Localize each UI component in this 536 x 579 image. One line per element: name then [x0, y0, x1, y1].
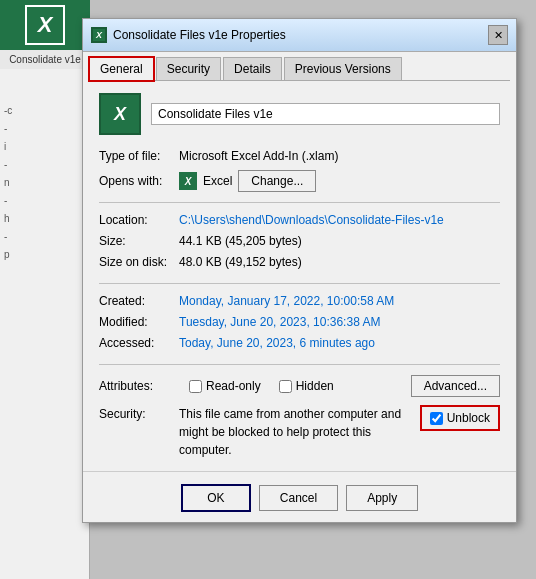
- location-label: Location:: [99, 213, 179, 227]
- created-row: Created: Monday, January 17, 2022, 10:00…: [99, 294, 500, 312]
- filename-input[interactable]: [151, 103, 500, 125]
- modified-value: Tuesday, June 20, 2023, 10:36:38 AM: [179, 315, 380, 329]
- dialog-title: Consolidate Files v1e Properties: [113, 28, 286, 42]
- size-disk-value: 48.0 KB (49,152 bytes): [179, 255, 302, 269]
- sidebar-line3: i: [4, 138, 86, 156]
- change-button[interactable]: Change...: [238, 170, 316, 192]
- size-row: Size: 44.1 KB (45,205 bytes): [99, 234, 500, 252]
- opens-app: Excel: [203, 174, 232, 188]
- dialog-titlebar: X Consolidate Files v1e Properties ✕: [83, 19, 516, 52]
- ok-button[interactable]: OK: [181, 484, 251, 512]
- readonly-checkbox-label[interactable]: Read-only: [189, 379, 261, 393]
- sidebar-line1: -c: [4, 102, 86, 120]
- security-label: Security:: [99, 405, 179, 421]
- size-disk-label: Size on disk:: [99, 255, 179, 269]
- title-icon-letter: X: [96, 30, 102, 40]
- modified-row: Modified: Tuesday, June 20, 2023, 10:36:…: [99, 315, 500, 333]
- size-value: 44.1 KB (45,205 bytes): [179, 234, 302, 248]
- cancel-button[interactable]: Cancel: [259, 485, 338, 511]
- modified-label: Modified:: [99, 315, 179, 329]
- hidden-label: Hidden: [296, 379, 334, 393]
- close-button[interactable]: ✕: [488, 25, 508, 45]
- accessed-row: Accessed: Today, June 20, 2023, 6 minute…: [99, 336, 500, 354]
- type-value: Microsoft Excel Add-In (.xlam): [179, 149, 338, 163]
- bottom-buttons: OK Cancel Apply: [83, 471, 516, 522]
- excel-logo-letter: X: [38, 12, 53, 38]
- advanced-button[interactable]: Advanced...: [411, 375, 500, 397]
- created-value: Monday, January 17, 2022, 10:00:58 AM: [179, 294, 394, 308]
- file-icon-letter: X: [114, 104, 126, 125]
- filename-row: X: [99, 93, 500, 135]
- hidden-checkbox-label[interactable]: Hidden: [279, 379, 334, 393]
- excel-sidebar-bg: X Consolidate v1e -c - i - n - h - p: [0, 0, 90, 579]
- opens-row: Opens with: X Excel Change...: [99, 170, 500, 192]
- security-content: This file came from another computer and…: [179, 405, 500, 459]
- sidebar-line6: -: [4, 192, 86, 210]
- security-row: Security: This file came from another co…: [99, 405, 500, 459]
- readonly-checkbox[interactable]: [189, 380, 202, 393]
- properties-dialog: X Consolidate Files v1e Properties ✕ Gen…: [82, 18, 517, 523]
- excel-taskbar-label: Consolidate v1e: [0, 50, 90, 69]
- excel-label-text: Consolidate v1e: [9, 54, 81, 65]
- tabs-bar: General Security Details Previous Versio…: [83, 52, 516, 80]
- accessed-label: Accessed:: [99, 336, 179, 350]
- title-icon: X: [91, 27, 107, 43]
- location-value: C:\Users\shend\Downloads\Consolidate-Fil…: [179, 213, 444, 227]
- info-section: Type of file: Microsoft Excel Add-In (.x…: [99, 149, 500, 192]
- apply-button[interactable]: Apply: [346, 485, 418, 511]
- sidebar-line4: -: [4, 156, 86, 174]
- divider-3: [99, 364, 500, 365]
- tab-details[interactable]: Details: [223, 57, 282, 81]
- size-disk-row: Size on disk: 48.0 KB (49,152 bytes): [99, 255, 500, 273]
- sidebar-side-text: -c - i - n - h - p: [2, 100, 88, 266]
- sidebar-line2: -: [4, 120, 86, 138]
- type-row: Type of file: Microsoft Excel Add-In (.x…: [99, 149, 500, 167]
- attributes-label: Attributes:: [99, 379, 179, 393]
- accessed-value: Today, June 20, 2023, 6 minutes ago: [179, 336, 375, 350]
- dialog-content: X Type of file: Microsoft Excel Add-In (…: [83, 81, 516, 471]
- tab-previous-versions[interactable]: Previous Versions: [284, 57, 402, 81]
- excel-logo: X: [25, 5, 65, 45]
- opens-with-row: X Excel Change...: [179, 170, 316, 192]
- excel-icon-area: X: [0, 0, 90, 50]
- sidebar-line8: -: [4, 228, 86, 246]
- attributes-row: Attributes: Read-only Hidden Advanced...: [99, 375, 500, 397]
- tab-general[interactable]: General: [89, 57, 154, 81]
- unblock-container: Unblock: [420, 405, 500, 431]
- size-label: Size:: [99, 234, 179, 248]
- file-icon: X: [99, 93, 141, 135]
- sidebar-line9: p: [4, 246, 86, 264]
- opens-icon-letter: X: [185, 176, 192, 187]
- divider-2: [99, 283, 500, 284]
- unblock-checkbox[interactable]: [430, 412, 443, 425]
- created-label: Created:: [99, 294, 179, 308]
- opens-label: Opens with:: [99, 174, 179, 188]
- sidebar-line5: n: [4, 174, 86, 192]
- sidebar-line7: h: [4, 210, 86, 228]
- titlebar-left: X Consolidate Files v1e Properties: [91, 27, 286, 43]
- tab-security[interactable]: Security: [156, 57, 221, 81]
- hidden-checkbox[interactable]: [279, 380, 292, 393]
- divider-1: [99, 202, 500, 203]
- security-text: This file came from another computer and…: [179, 405, 412, 459]
- opens-icon: X: [179, 172, 197, 190]
- type-label: Type of file:: [99, 149, 179, 163]
- location-row: Location: C:\Users\shend\Downloads\Conso…: [99, 213, 500, 231]
- readonly-label: Read-only: [206, 379, 261, 393]
- unblock-label: Unblock: [447, 411, 490, 425]
